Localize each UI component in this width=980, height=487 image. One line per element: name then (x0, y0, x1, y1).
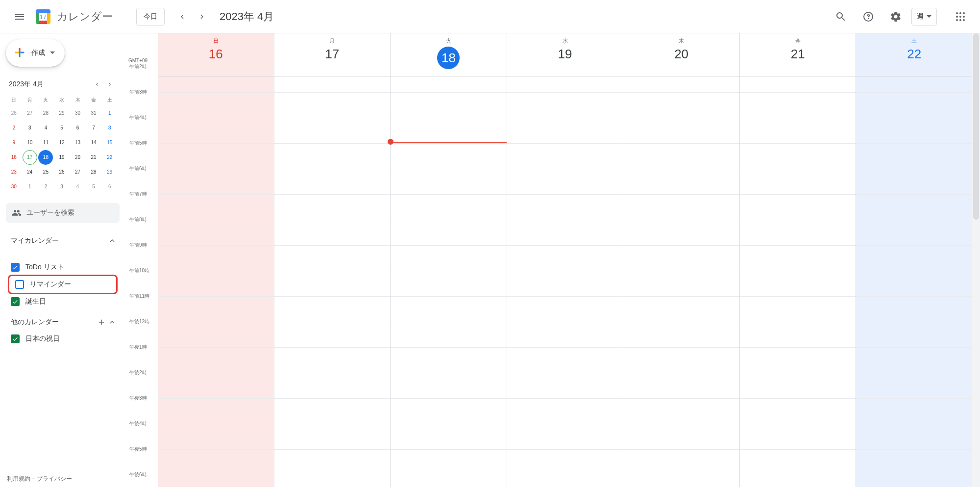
mini-day[interactable]: 3 (54, 179, 69, 194)
mini-day[interactable]: 5 (86, 179, 101, 194)
mini-day[interactable]: 30 (6, 179, 21, 194)
calendar-label: 誕生日 (25, 297, 46, 306)
day-header[interactable]: 火18 (390, 33, 507, 76)
mini-day[interactable]: 22 (102, 150, 117, 165)
terms-link[interactable]: 利用規約 (7, 475, 30, 482)
mini-day[interactable]: 23 (6, 165, 21, 179)
calendar-item-todo[interactable]: ToDo リスト (6, 260, 120, 275)
day-column[interactable] (390, 77, 507, 487)
grid-body[interactable] (158, 77, 972, 487)
mini-day[interactable]: 27 (71, 165, 85, 179)
mini-day[interactable]: 4 (38, 121, 53, 135)
plus-icon[interactable] (97, 318, 106, 327)
mini-day[interactable]: 27 (23, 106, 37, 121)
day-column[interactable] (856, 77, 972, 487)
my-calendars-label: マイカレンダー (11, 236, 59, 245)
svg-point-9 (963, 16, 965, 18)
svg-point-6 (963, 12, 965, 14)
mini-day[interactable]: 2 (6, 121, 21, 135)
mini-day[interactable]: 3 (23, 121, 37, 135)
mini-day[interactable]: 26 (54, 165, 69, 179)
day-number: 18 (437, 47, 460, 69)
day-header[interactable]: 木20 (623, 33, 739, 76)
mini-day[interactable]: 6 (71, 121, 85, 135)
mini-day[interactable]: 1 (102, 106, 117, 121)
my-calendars-toggle[interactable]: マイカレンダー (6, 233, 120, 248)
mini-day[interactable]: 10 (23, 135, 37, 150)
calendar-item-reminder[interactable]: リマインダー (10, 277, 115, 292)
mini-day[interactable]: 21 (86, 150, 101, 165)
mini-day[interactable]: 16 (6, 150, 21, 165)
google-apps-button[interactable] (949, 5, 972, 28)
time-label: 午前2時 (129, 63, 147, 70)
mini-day[interactable]: 7 (86, 121, 101, 135)
day-column[interactable] (158, 77, 274, 487)
day-column[interactable] (623, 77, 739, 487)
mini-day[interactable]: 13 (71, 135, 85, 150)
mini-day[interactable]: 20 (71, 150, 85, 165)
calendar-label: リマインダー (30, 280, 71, 289)
time-label: 午後1時 (129, 344, 147, 351)
time-gutter: GMT+09 午前2時午前3時午前4時午前5時午前6時午前7時午前8時午前9時午… (125, 33, 158, 487)
time-label: 午前3時 (129, 89, 147, 96)
mini-day[interactable]: 8 (102, 121, 117, 135)
mini-day[interactable]: 11 (38, 135, 53, 150)
day-number: 20 (623, 47, 739, 62)
mini-day[interactable]: 18 (38, 150, 53, 165)
mini-day[interactable]: 19 (54, 150, 69, 165)
mini-day[interactable]: 9 (6, 135, 21, 150)
mini-day[interactable]: 12 (54, 135, 69, 150)
next-period-button[interactable] (192, 7, 212, 26)
day-header[interactable]: 水19 (507, 33, 623, 76)
mini-day[interactable]: 29 (102, 165, 117, 179)
sidebar: 作成 2023年 4月 日月火水木金土262728293031123456789… (0, 33, 125, 487)
mini-day[interactable]: 1 (23, 179, 37, 194)
mini-day[interactable]: 15 (102, 135, 117, 150)
prev-period-button[interactable] (172, 7, 192, 26)
mini-day[interactable]: 6 (102, 179, 117, 194)
view-selector[interactable]: 週 (911, 8, 937, 26)
mini-day[interactable]: 30 (71, 106, 85, 121)
search-button[interactable] (829, 5, 853, 28)
mini-day[interactable]: 28 (38, 106, 53, 121)
mini-day[interactable]: 26 (6, 106, 21, 121)
day-column[interactable] (274, 77, 391, 487)
view-selector-label: 週 (917, 12, 924, 21)
mini-dow: 月 (22, 94, 38, 106)
day-of-week: 土 (856, 37, 972, 45)
help-button[interactable] (857, 5, 880, 28)
settings-button[interactable] (884, 5, 907, 28)
day-header[interactable]: 月17 (274, 33, 391, 76)
day-column[interactable] (739, 77, 856, 487)
mini-day[interactable]: 5 (54, 121, 69, 135)
scrollbar-thumb[interactable] (973, 33, 979, 220)
my-calendars-section: マイカレンダー ToDo リスト リマインダー 誕生日 (6, 233, 125, 309)
mini-day[interactable]: 17 (23, 150, 37, 165)
calendar-item-holiday[interactable]: 日本の祝日 (6, 332, 120, 346)
mini-day[interactable]: 29 (54, 106, 69, 121)
mini-day[interactable]: 4 (71, 179, 85, 194)
mini-dow: 金 (86, 94, 102, 106)
mini-day[interactable]: 28 (86, 165, 101, 179)
mini-day[interactable]: 24 (23, 165, 37, 179)
search-people[interactable]: ユーザーを検索 (6, 203, 120, 223)
day-header[interactable]: 金21 (739, 33, 856, 76)
create-button[interactable]: 作成 (6, 39, 65, 67)
mini-cal-next[interactable] (104, 78, 116, 90)
calendar-item-birthday[interactable]: 誕生日 (6, 294, 120, 309)
mini-cal-prev[interactable] (91, 78, 103, 90)
mini-day[interactable]: 25 (38, 165, 53, 179)
day-column[interactable] (507, 77, 623, 487)
privacy-link[interactable]: プライバシー (37, 475, 72, 482)
day-header[interactable]: 日16 (158, 33, 274, 76)
today-button[interactable]: 今日 (136, 8, 165, 26)
mini-day[interactable]: 31 (86, 106, 101, 121)
other-calendars-toggle[interactable]: 他のカレンダー (6, 315, 120, 330)
gear-icon (890, 11, 902, 23)
mini-day[interactable]: 2 (38, 179, 53, 194)
day-header[interactable]: 土22 (856, 33, 972, 76)
main-menu-button[interactable] (8, 5, 31, 28)
vertical-scrollbar[interactable] (972, 33, 980, 487)
checkbox-icon (11, 297, 20, 306)
mini-day[interactable]: 14 (86, 135, 101, 150)
